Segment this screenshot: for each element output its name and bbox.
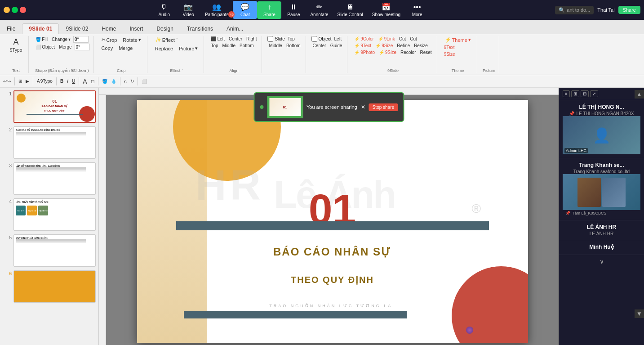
close-share-icon[interactable]: ✕ xyxy=(361,104,365,110)
center-align-button[interactable]: Center xyxy=(227,36,244,42)
angle1-input[interactable] xyxy=(73,36,89,43)
redo2-btn[interactable]: ↻ xyxy=(129,78,135,84)
more-button[interactable]: ••• More xyxy=(405,1,429,19)
bottom-align-button[interactable]: Bottom xyxy=(238,43,255,49)
audio-button[interactable]: 🎙 Audio xyxy=(152,1,176,19)
rotate-button[interactable]: Rotate ▾ xyxy=(120,36,143,44)
share-header-button[interactable]: Share xyxy=(618,6,640,14)
fill-button[interactable]: 🪣 Fill xyxy=(34,36,49,42)
share-button[interactable]: ↑ Share xyxy=(257,1,281,19)
effect-button[interactable]: ✨ Effect ` xyxy=(153,36,180,44)
left-align-button[interactable]: ⬛ Left xyxy=(209,36,226,42)
reset-button[interactable]: Reset xyxy=(419,49,433,55)
crop-button[interactable]: ✂ Crop xyxy=(99,36,120,44)
font-name[interactable]: A 9Typo xyxy=(36,78,54,84)
paint-bucket[interactable]: 🪣 xyxy=(101,78,109,84)
slide-thumb-3[interactable]: 3 LẬP SỔ THEO DÕI TÌNH HÌNH LAO ĐỘNG xyxy=(2,161,97,196)
cut-button[interactable]: Cut xyxy=(409,36,418,42)
maximize-button[interactable] xyxy=(12,7,18,13)
left-guide-btn[interactable]: Left xyxy=(333,36,343,42)
shape-draw[interactable]: ◻ xyxy=(89,78,96,84)
refine-button[interactable]: Refine xyxy=(395,43,411,49)
undo-redo-area[interactable]: ↩ ↪ xyxy=(2,78,12,84)
theme-button[interactable]: ⚡ Theme ▾ xyxy=(443,36,473,44)
slide-control-button[interactable]: 🖥 Slide Control xyxy=(333,1,367,19)
slide-thumb-5[interactable]: 5 QUY ĐỊNH PHÁT HÀNH CHÍNH xyxy=(2,233,97,268)
tab-transitions[interactable]: Transitions xyxy=(180,23,220,34)
italic-btn[interactable]: I xyxy=(66,78,70,84)
9photo-button[interactable]: ⚡ 9Photo xyxy=(353,49,376,55)
replace-button[interactable]: Replace xyxy=(153,45,175,52)
show-meeting-button[interactable]: 📅 Show meeting xyxy=(368,1,405,19)
eyedropper[interactable]: 💧 xyxy=(110,78,118,84)
top-align-button[interactable]: Top xyxy=(209,43,219,49)
tab-9slide02[interactable]: 9Slide 02 xyxy=(59,23,95,34)
guide-btn[interactable]: Guide xyxy=(329,43,344,49)
screen-share-text: You are screen sharing xyxy=(306,104,357,110)
slide-thumb-6[interactable]: 6 ★ xyxy=(2,269,97,304)
9link-button[interactable]: ⚡ 9Link xyxy=(377,36,396,42)
slide-thumb-1[interactable]: 1 01BÁO CÁO NHÂN SỰTHEO QUY ĐỊNH ★ xyxy=(2,90,97,124)
9size-button[interactable]: ⚡ 9Size xyxy=(374,43,394,49)
merge-button[interactable]: Merge xyxy=(58,44,73,50)
top-dist-btn[interactable]: Top xyxy=(286,36,296,42)
object-checkbox[interactable] xyxy=(311,36,317,42)
tab-file[interactable]: File xyxy=(0,23,22,34)
pause-button[interactable]: ⏸ Pause xyxy=(281,1,306,19)
expand-participants-btn[interactable]: ∨ xyxy=(559,255,644,268)
grid-view-btn[interactable]: ⊞ xyxy=(571,90,579,97)
right-align-button[interactable]: Right xyxy=(245,36,258,42)
resize-button[interactable]: Resize xyxy=(413,43,429,49)
close-button[interactable] xyxy=(20,7,26,13)
recolor-button[interactable]: Recolor xyxy=(399,49,417,55)
9size2-button[interactable]: ⚡ 9Size xyxy=(378,49,398,55)
9typo-button[interactable]: A 9Typo xyxy=(7,36,25,54)
color-picker[interactable]: A xyxy=(81,77,88,85)
chat-button[interactable]: 💬 Chat xyxy=(233,1,257,19)
participants-button[interactable]: 👥 Participants 46 xyxy=(200,1,233,19)
minimize-button[interactable] xyxy=(4,7,10,13)
video-button[interactable]: 📷 Video xyxy=(176,1,200,19)
gallery-view-btn[interactable]: ⊟ xyxy=(581,90,589,97)
picture-button[interactable]: Picture ▾ xyxy=(177,45,200,52)
tab-home[interactable]: Home xyxy=(95,23,123,34)
copy-button[interactable]: Copy xyxy=(99,45,115,52)
change-button[interactable]: Change ▾ xyxy=(50,36,72,42)
tab-insert[interactable]: Insert xyxy=(123,23,150,34)
underline-btn[interactable]: U xyxy=(71,78,76,84)
merge2-button[interactable]: Merge xyxy=(116,45,135,52)
scroll-up-btn[interactable]: ▲ xyxy=(635,90,644,99)
stop-share-button[interactable]: Stop share xyxy=(369,103,398,111)
list-view-btn[interactable]: ≡ xyxy=(563,90,570,97)
annotate-button[interactable]: ✏ Annotate xyxy=(306,1,333,19)
expand-view-btn[interactable]: ⤢ xyxy=(590,90,598,97)
middle-align-button[interactable]: Middle xyxy=(221,43,237,49)
bold-btn[interactable]: B xyxy=(59,78,65,84)
presenter-mode[interactable]: ⬜ xyxy=(140,78,148,84)
angle2-input[interactable] xyxy=(75,44,90,50)
tab-9slide01[interactable]: 9Slide 01 xyxy=(22,23,59,34)
slideshow-btn[interactable]: ▶ xyxy=(24,78,31,84)
scroll-down-btn[interactable]: ▼ xyxy=(635,309,644,318)
erase-button[interactable]: Cut xyxy=(398,36,408,42)
bottom-dist-btn[interactable]: Bottom xyxy=(285,43,302,49)
view-toggle[interactable]: ⊞ xyxy=(17,78,23,84)
p1-label: Admin LHC xyxy=(564,148,588,153)
9text2-button[interactable]: 9Text xyxy=(443,45,473,50)
slide-thumb-4[interactable]: 4 HÌNH THỨC NỘP VÀ THỦ TỤC Xác định Tập … xyxy=(2,197,97,232)
slide-thumb-2[interactable]: 2 BÁO CÁO SỬ DỤNG LAO ĐỘNG ĐỊNH KỲ xyxy=(2,125,97,160)
object-button[interactable]: ⬜ Object xyxy=(34,44,56,50)
slide-checkbox[interactable] xyxy=(267,36,273,42)
tab-animate[interactable]: Anim... xyxy=(220,23,250,34)
9color-button[interactable]: ⚡ 9Color xyxy=(353,36,375,42)
middle-dist-btn[interactable]: Middle xyxy=(267,43,283,49)
search-placeholder[interactable]: ant to do... xyxy=(567,7,590,13)
slide-main[interactable]: HR Lê Ánh ® 01 BÁO CÁO NHÂN SỰ THEO QUY … xyxy=(137,100,528,343)
sep3 xyxy=(56,77,57,85)
center-guide-btn[interactable]: Center xyxy=(311,43,328,49)
9text-button[interactable]: ⚡ 9Text xyxy=(353,43,373,49)
undo2-btn[interactable]: ⎌ xyxy=(123,78,128,84)
photo1 xyxy=(577,178,601,207)
tab-design[interactable]: Design xyxy=(150,23,180,34)
9size3-button[interactable]: 9Size xyxy=(443,51,473,57)
